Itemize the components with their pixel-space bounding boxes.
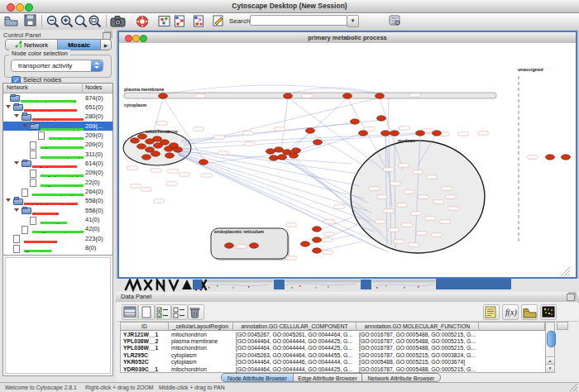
- tab-mosaic[interactable]: Mosaic: [57, 39, 101, 50]
- new-attribute-icon[interactable]: [138, 304, 155, 320]
- table-cell[interactable]: YKR052C: [121, 359, 169, 366]
- tree-row[interactable]: cell communicat22(0): [3, 178, 112, 187]
- gene-node[interactable]: [377, 116, 386, 121]
- gene-node[interactable]: [151, 151, 160, 156]
- tab-network-attribute-browser[interactable]: Network Attribute Browser: [361, 373, 441, 382]
- tree-row[interactable]: response to stimulu264(0): [3, 187, 112, 196]
- expander-icon[interactable]: [6, 105, 11, 108]
- dropdown-stepper-icon[interactable]: [91, 60, 103, 71]
- zoom-selected-icon[interactable]: [74, 14, 89, 29]
- expander-icon[interactable]: [6, 198, 11, 202]
- table-cell[interactable]: [GO:0016787, GO:0005215, GO:0003824, G..…: [356, 352, 479, 359]
- gene-node[interactable]: [381, 131, 390, 136]
- tree-row[interactable]: primary metabo209(...: [3, 122, 112, 131]
- delete-attribute-icon[interactable]: [188, 304, 204, 320]
- edge[interactable]: [388, 98, 389, 132]
- canvas-resize-grip[interactable]: [561, 267, 570, 276]
- gene-node[interactable]: [301, 241, 310, 246]
- table-cell[interactable]: [GO:0005488, GO:0005215, GO:0003674]: [356, 359, 479, 366]
- node-color-dropdown[interactable]: transporter activity: [11, 60, 103, 72]
- search-settings-icon[interactable]: [389, 14, 401, 29]
- gene-node[interactable]: [174, 147, 183, 152]
- table-cell[interactable]: cytoplasm: [169, 352, 233, 359]
- gene-node[interactable]: [313, 248, 322, 253]
- help-ring-icon[interactable]: [136, 15, 149, 30]
- expander-icon[interactable]: [14, 161, 19, 165]
- edge[interactable]: [180, 123, 355, 141]
- open-session-icon[interactable]: [4, 14, 18, 29]
- table-column-header[interactable]: annotation.GO CELLULAR_COMPONENT: [233, 323, 356, 331]
- layout-icon[interactable]: [158, 15, 170, 30]
- gene-node[interactable]: [290, 153, 299, 158]
- gene-node[interactable]: [313, 140, 323, 145]
- background-window-titlebar[interactable]: [203, 280, 273, 283]
- scrollbar-thumb[interactable]: [547, 331, 556, 347]
- table-cell[interactable]: mitochondrion: [169, 345, 233, 351]
- gene-node[interactable]: [433, 131, 442, 136]
- table-cell[interactable]: YPL036W__1: [121, 345, 169, 351]
- apply-visual-style-alt-icon[interactable]: [192, 14, 205, 29]
- background-window-edge[interactable]: [436, 279, 511, 289]
- expander-icon[interactable]: [14, 114, 19, 117]
- table-cell[interactable]: [GO:0044464, GO:0044444, GO:0044425, G..…: [233, 338, 356, 345]
- scroll-down-icon[interactable]: ▼: [546, 364, 554, 372]
- annotation-icon[interactable]: [212, 14, 225, 29]
- gene-node[interactable]: [137, 144, 146, 149]
- table-cell[interactable]: YDR039C__1: [121, 366, 169, 373]
- table-cell[interactable]: plasma membrane: [169, 338, 233, 345]
- expander-icon[interactable]: [14, 208, 19, 212]
- zoom-fit-icon[interactable]: [88, 14, 103, 29]
- gene-node[interactable]: [313, 227, 322, 232]
- attribute-table-icon[interactable]: [122, 304, 138, 320]
- table-column-header[interactable]: annotation.GO MOLECULAR_FUNCTION: [356, 323, 479, 331]
- network-canvas[interactable]: plasma membranecytoplasmmitochondrionnuc…: [119, 43, 576, 277]
- tab-network[interactable]: Network: [5, 39, 58, 50]
- tree-row[interactable]: transport558(0): [3, 206, 112, 215]
- gene-node[interactable]: [376, 93, 385, 98]
- search-combo-arrow-icon[interactable]: ▼: [347, 15, 359, 27]
- gene-node[interactable]: [225, 243, 234, 248]
- zoom-in-icon[interactable]: [60, 14, 74, 29]
- gene-node[interactable]: [416, 131, 425, 136]
- nucleus-region[interactable]: [351, 141, 485, 253]
- birds-eye-view[interactable]: [2, 255, 113, 376]
- gene-node[interactable]: [199, 160, 208, 165]
- gene-node[interactable]: [546, 155, 555, 160]
- tree-row[interactable]: Overview8(0): [3, 243, 112, 252]
- tab-overflow-arrow[interactable]: ▶: [100, 39, 112, 50]
- table-cell[interactable]: [GO:0016787, GO:0005488, GO:0005215, G..…: [356, 338, 479, 345]
- gene-node[interactable]: [250, 243, 259, 248]
- table-cell[interactable]: mitochondrion: [169, 366, 233, 373]
- table-cell[interactable]: YPL036W__2: [121, 338, 169, 345]
- background-window-edge[interactable]: [193, 280, 202, 289]
- unselect-attributes-icon[interactable]: [171, 304, 188, 320]
- tree-row[interactable]: cellular metabol209(0): [3, 168, 112, 177]
- table-cell[interactable]: YJR121W__1: [121, 332, 169, 338]
- tab-node-attribute-browser[interactable]: Node Attribute Browser: [221, 373, 294, 382]
- table-column-header[interactable]: _cellularLayoutRegion: [169, 323, 233, 331]
- tree-row[interactable]: nitrogen compo209(0): [3, 140, 112, 149]
- gene-node[interactable]: [159, 93, 168, 98]
- import-attributes-icon[interactable]: [521, 304, 538, 320]
- table-cell[interactable]: [GO:0044464, GO:0044446, GO:0044444, G..…: [233, 359, 356, 366]
- tab-edge-attribute-browser[interactable]: Edge Attribute Browser: [293, 373, 362, 382]
- apply-visual-style-icon[interactable]: [173, 14, 186, 29]
- gene-node[interactable]: [131, 138, 140, 143]
- tree-row[interactable]: macromolecule311(0): [3, 150, 112, 159]
- gene-node[interactable]: [266, 149, 275, 154]
- expander-icon[interactable]: [22, 124, 27, 127]
- gene-node[interactable]: [306, 128, 315, 133]
- gene-node[interactable]: [278, 155, 287, 160]
- gene-node[interactable]: [160, 140, 170, 145]
- tree-row[interactable]: unassigned223(0): [3, 234, 112, 243]
- table-column-header[interactable]: [479, 323, 545, 331]
- attribute-list-icon[interactable]: [483, 304, 500, 320]
- gene-node[interactable]: [292, 148, 301, 153]
- gene-node[interactable]: [359, 131, 368, 136]
- search-input[interactable]: [250, 15, 347, 26]
- table-cell[interactable]: YLR295C: [121, 352, 169, 359]
- birds-eye-canvas[interactable]: [5, 257, 111, 374]
- background-window-titlebar[interactable]: [372, 280, 435, 283]
- table-cell[interactable]: [GO:0045263, GO:0044464, GO:0044455, G..…: [233, 352, 356, 359]
- gene-node[interactable]: [313, 237, 322, 242]
